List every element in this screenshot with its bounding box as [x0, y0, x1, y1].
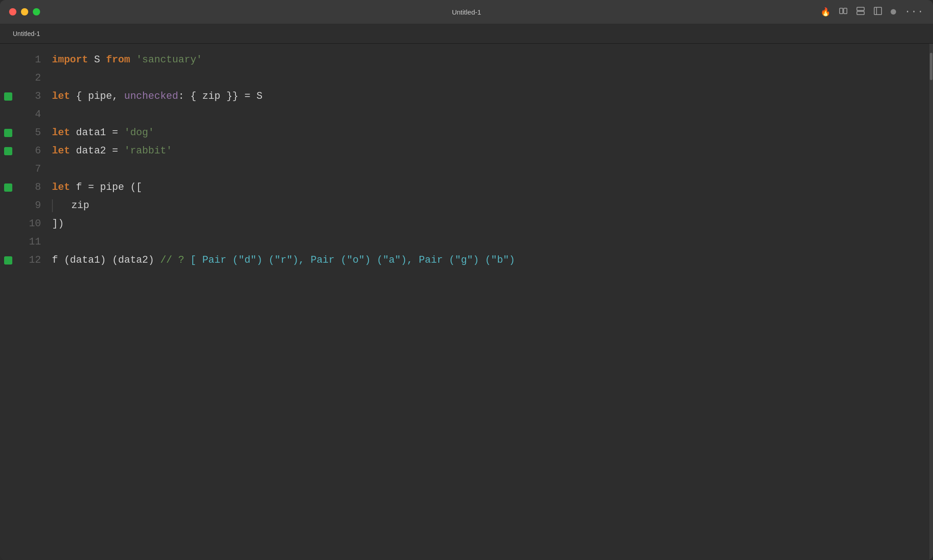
sidebar-icon[interactable] — [873, 6, 882, 18]
breakpoint-4 — [0, 106, 16, 124]
code-line-2 — [48, 69, 933, 87]
editor-window: Untitled-1 🔥 — [0, 0, 933, 560]
code-line-5: let data1 = 'dog' — [48, 124, 933, 142]
code-line-3: let { pipe, unchecked : { zip }} = S — [48, 87, 933, 106]
keyword-import: import — [52, 52, 88, 68]
breakpoint-8[interactable] — [0, 178, 16, 197]
window-controls — [9, 8, 40, 15]
breakpoint-12[interactable] — [0, 251, 16, 270]
line-num-4: 4 — [16, 106, 48, 124]
code-line-8: let f = pipe ([ — [48, 178, 933, 197]
dot-indicator — [891, 9, 896, 15]
more-icon[interactable]: ··· — [904, 6, 924, 18]
line-num-5: 5 — [16, 124, 48, 142]
scrollbar-thumb[interactable] — [930, 53, 933, 80]
code-line-9: zip — [48, 197, 933, 215]
split-horizontal-icon[interactable] — [839, 6, 848, 18]
tab-untitled[interactable]: Untitled-1 — [7, 27, 46, 40]
titlebar: Untitled-1 🔥 — [0, 0, 933, 24]
maximize-button[interactable] — [33, 8, 40, 15]
code-line-1: import S from 'sanctuary' — [48, 51, 933, 69]
line-num-8: 8 — [16, 178, 48, 197]
comment-12: // ? — [160, 252, 190, 268]
scrollbar[interactable] — [929, 44, 933, 560]
line-num-2: 2 — [16, 69, 48, 87]
indent-guide-9 — [52, 199, 53, 212]
code-line-4 — [48, 106, 933, 124]
breakpoint-1 — [0, 51, 16, 69]
breakpoints-gutter — [0, 44, 16, 560]
line-num-6: 6 — [16, 142, 48, 160]
svg-rect-0 — [840, 8, 843, 14]
code-line-6: let data2 = 'rabbit' — [48, 142, 933, 160]
keyword-let-6: let — [52, 143, 70, 159]
breakpoint-5[interactable] — [0, 124, 16, 142]
svg-rect-3 — [857, 11, 864, 15]
keyword-let-8: let — [52, 179, 70, 195]
keyword-let-3: let — [52, 88, 70, 104]
tabbar: Untitled-1 — [0, 24, 933, 44]
string-rabbit: 'rabbit' — [124, 143, 172, 159]
split-vertical-icon[interactable] — [856, 6, 865, 18]
keyword-from: from — [106, 52, 130, 68]
breakpoint-9 — [0, 197, 16, 215]
window-title: Untitled-1 — [452, 8, 481, 16]
svg-rect-1 — [844, 8, 847, 14]
line-num-9: 9 — [16, 197, 48, 215]
breakpoint-6[interactable] — [0, 142, 16, 160]
code-line-12: f (data1) (data2) // ? [ Pair ("d") ("r"… — [48, 251, 933, 270]
line-num-7: 7 — [16, 160, 48, 178]
svg-rect-4 — [874, 7, 882, 15]
string-dog: 'dog' — [124, 125, 154, 141]
result-12: [ Pair ("d") ("r"), Pair ("o") ("a"), Pa… — [190, 252, 515, 268]
line-num-11: 11 — [16, 233, 48, 251]
line-numbers: 1 2 3 4 5 6 7 8 9 10 11 12 — [16, 44, 48, 560]
line-num-10: 10 — [16, 215, 48, 233]
code-content[interactable]: import S from 'sanctuary' let { pipe, un… — [48, 44, 933, 560]
minimize-button[interactable] — [21, 8, 28, 15]
code-line-10: ]) — [48, 215, 933, 233]
titlebar-actions: 🔥 ··· — [820, 6, 924, 18]
string-sanctuary: 'sanctuary' — [136, 52, 202, 68]
keyword-let-5: let — [52, 125, 70, 141]
editor-area: 1 2 3 4 5 6 7 8 9 10 11 12 import S from… — [0, 44, 933, 560]
line-num-12: 12 — [16, 251, 48, 270]
purple-unchecked: unchecked — [124, 88, 178, 104]
breakpoint-2 — [0, 69, 16, 87]
line-num-3: 3 — [16, 87, 48, 106]
code-line-7 — [48, 160, 933, 178]
breakpoint-7 — [0, 160, 16, 178]
flame-icon[interactable]: 🔥 — [820, 7, 830, 17]
breakpoint-10 — [0, 215, 16, 233]
breakpoint-3[interactable] — [0, 87, 16, 106]
code-line-11 — [48, 233, 933, 251]
breakpoint-11 — [0, 233, 16, 251]
line-num-1: 1 — [16, 51, 48, 69]
svg-rect-2 — [857, 7, 864, 10]
close-button[interactable] — [9, 8, 16, 15]
